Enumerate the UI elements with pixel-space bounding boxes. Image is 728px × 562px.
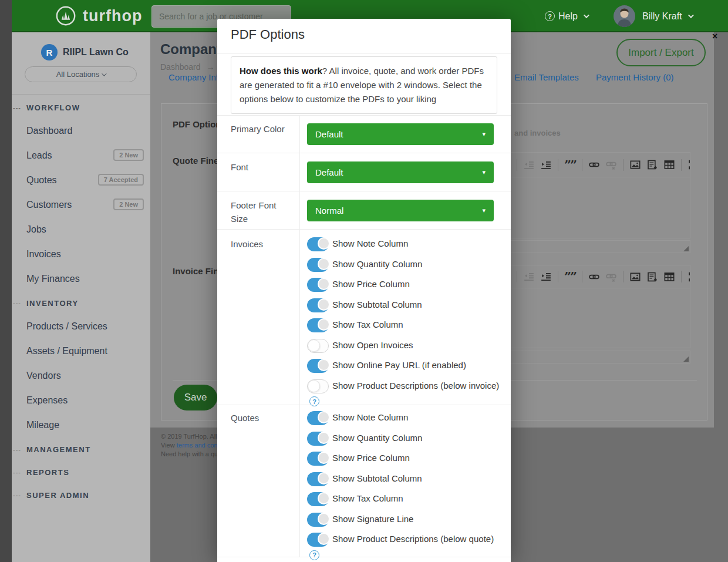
toggle-show-tax-column[interactable] (307, 492, 329, 506)
blockquote-icon[interactable]: ”” (565, 271, 575, 282)
chevron-down-icon (102, 71, 107, 76)
column-divider (299, 115, 300, 557)
invoices-toggle-group: Show Note Column Show Quantity Column Sh… (307, 236, 501, 413)
breadcrumb-dashboard[interactable]: Dashboard (160, 62, 201, 72)
resize-handle-icon[interactable] (683, 356, 689, 362)
resize-handle-icon[interactable] (683, 246, 689, 251)
insert-template-icon[interactable] (647, 160, 658, 170)
quotes-badge: 7 Accepted (98, 174, 144, 186)
invoices-label: Invoices (231, 237, 292, 251)
toggle-show-note-column[interactable] (307, 411, 329, 425)
brand-name: turfhop (83, 7, 142, 25)
unlink-icon[interactable] (606, 160, 616, 170)
help-tooltip-icon[interactable]: ? (309, 396, 319, 406)
toggle-row: Show Note Column (307, 410, 501, 425)
help-menu[interactable]: ? Help (545, 0, 588, 32)
tab-company-info[interactable]: Company Info (168, 72, 223, 82)
toggle-show-tax-column[interactable] (307, 318, 329, 332)
toggle-show-open-invoices[interactable] (307, 339, 329, 353)
pdf-options-modal: PDF Options × How does this work? All in… (217, 19, 511, 562)
leads-badge: 2 New (113, 149, 144, 161)
toggle-show-note-column[interactable] (307, 237, 329, 251)
outdent-icon[interactable] (524, 160, 534, 170)
sidebar-item-mileage[interactable]: Mileage (26, 420, 147, 430)
toggle-row: Show Online Pay URL (if enabled) (307, 358, 501, 373)
row-divider (217, 115, 511, 116)
toggle-show-price-column[interactable] (307, 452, 329, 466)
turfhop-logo-icon (55, 5, 77, 27)
toggle-row: Show Subtotal Column (307, 297, 501, 312)
table-icon[interactable] (664, 160, 675, 170)
toggle-show-subtotal-column[interactable] (307, 298, 329, 312)
toggle-row: Show Tax Column (307, 317, 501, 332)
left-edge-strip (0, 0, 12, 562)
tab-email-templates[interactable]: Email Templates (514, 72, 579, 82)
toggle-show-signature-line[interactable] (307, 513, 329, 527)
caret-down-icon: ▾ (482, 130, 486, 138)
blockquote-icon[interactable]: ”” (565, 160, 575, 170)
user-name: Billy Kraft (642, 11, 682, 22)
location-selector[interactable]: All Locations (25, 66, 137, 82)
sidebar-item-my-finances[interactable]: My Finances (26, 274, 147, 284)
toggle-show-quantity-column[interactable] (307, 432, 329, 446)
sidebar-item-leads[interactable]: Leads2 New (26, 150, 147, 161)
toggle-show-product-descriptions-invoice[interactable] (307, 379, 329, 393)
sidebar-item-quotes[interactable]: Quotes7 Accepted (26, 175, 147, 186)
outdent-icon[interactable] (524, 271, 534, 282)
quotes-toggle-group: Show Note Column Show Quantity Column Sh… (307, 410, 501, 562)
help-tooltip-icon[interactable]: ? (309, 550, 319, 560)
company-badge: R (41, 44, 58, 60)
row-divider (217, 191, 511, 191)
toggle-show-subtotal-column[interactable] (307, 472, 329, 486)
maximize-icon[interactable] (688, 160, 690, 170)
location-selector-label: All Locations (56, 70, 100, 79)
toggle-show-quantity-column[interactable] (307, 258, 329, 272)
quotes-label: Quotes (231, 411, 292, 425)
indent-icon[interactable] (541, 271, 551, 282)
toggle-row: Show Quantity Column (307, 257, 501, 272)
toggle-row: Show Price Column (307, 450, 501, 466)
caret-down-icon: ▾ (482, 207, 486, 214)
table-icon[interactable] (664, 271, 675, 282)
primary-color-dropdown[interactable]: Default ▾ (307, 123, 494, 145)
toolbar-separator (558, 159, 558, 171)
sidebar-item-dashboard[interactable]: Dashboard (26, 126, 147, 136)
chevron-down-icon (584, 12, 589, 18)
sidebar-section-super-admin[interactable]: --- SUPER ADMIN (26, 491, 89, 500)
sidebar-item-vendors[interactable]: Vendors (26, 371, 147, 381)
link-icon[interactable] (589, 271, 599, 282)
app-logo[interactable]: turfhop (55, 5, 142, 27)
import-export-button[interactable]: Import / Export (616, 39, 706, 66)
toggle-row: Show Product Descriptions (below quote) … (307, 531, 501, 562)
font-dropdown[interactable]: Default ▾ (307, 161, 494, 183)
image-icon[interactable] (630, 271, 641, 282)
toggle-show-online-pay-url[interactable] (307, 359, 329, 373)
tab-payment-history[interactable]: Payment History (0) (596, 72, 674, 82)
toolbar-separator (681, 271, 682, 282)
toggle-row: Show Price Column (307, 277, 501, 292)
sidebar-item-assets-equipment[interactable]: Assets / Equipment (26, 346, 147, 356)
toggle-show-product-descriptions-quote[interactable] (307, 533, 329, 547)
toggle-show-price-column[interactable] (307, 278, 329, 292)
sidebar-item-customers[interactable]: Customers2 New (26, 200, 147, 210)
indent-icon[interactable] (541, 160, 551, 170)
sidebar-section-inventory[interactable]: --- INVENTORY (26, 299, 79, 308)
sidebar-item-jobs[interactable]: Jobs (26, 224, 147, 235)
row-divider (217, 153, 511, 153)
maximize-icon[interactable] (688, 271, 690, 282)
toolbar-separator (623, 159, 623, 171)
image-icon[interactable] (630, 160, 641, 170)
link-icon[interactable] (589, 160, 599, 170)
sidebar-section-workflow[interactable]: --- WORKFLOW (26, 103, 80, 112)
sidebar-item-invoices[interactable]: Invoices (26, 249, 147, 260)
insert-template-icon[interactable] (647, 271, 658, 282)
sidebar-item-products-services[interactable]: Products / Services (26, 321, 147, 332)
help-label: Help (558, 11, 578, 22)
sidebar-section-reports[interactable]: --- REPORTS (26, 468, 69, 477)
unlink-icon[interactable] (606, 271, 616, 282)
user-menu[interactable]: Billy Kraft (614, 0, 692, 32)
save-button[interactable]: Save (174, 385, 217, 410)
sidebar-item-expenses[interactable]: Expenses (26, 395, 147, 406)
footer-font-size-dropdown[interactable]: Normal ▾ (307, 200, 494, 221)
sidebar-section-management[interactable]: --- MANAGEMENT (26, 445, 91, 454)
